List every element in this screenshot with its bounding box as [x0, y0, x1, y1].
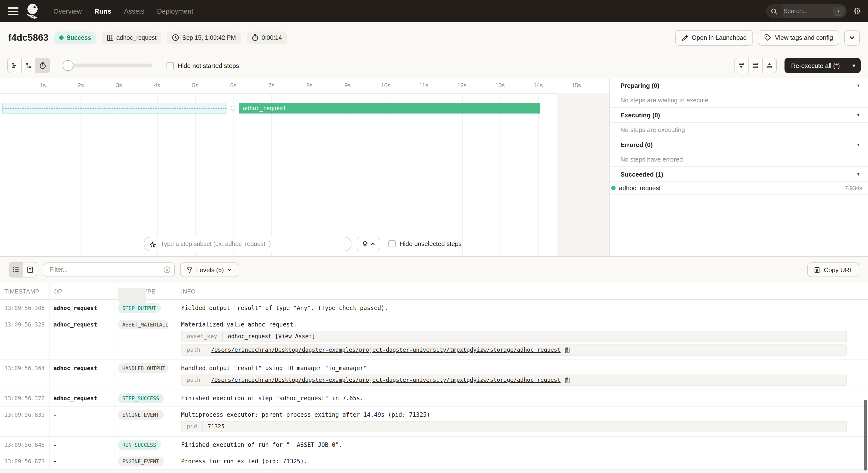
- gantt-section: 1s2s3s4s5s6s7s8s9s10s11s12s13s14s15s adh…: [0, 78, 868, 257]
- axis-gridline: [462, 93, 462, 256]
- chevron-down-icon: ▼: [856, 172, 860, 176]
- event-type-badge: STEP_OUTPUT: [118, 303, 160, 313]
- axis-gridline: [43, 93, 43, 256]
- log-event-type-cell: ENGINE_EVENT: [115, 453, 177, 469]
- gantt-step-bar[interactable]: adhoc_request: [239, 103, 540, 113]
- copy-url-button[interactable]: Copy URL: [807, 263, 859, 277]
- log-op: adhoc_request: [50, 316, 115, 360]
- timed-view-icon[interactable]: [36, 58, 50, 73]
- col-timestamp: TIMESTAMP: [0, 283, 50, 299]
- chevron-down-icon: [849, 35, 855, 40]
- panel-step-row[interactable]: adhoc_request7.934s: [610, 182, 868, 195]
- search-input[interactable]: [782, 7, 834, 15]
- copy-path-icon[interactable]: [564, 377, 570, 383]
- open-in-launchpad-button[interactable]: Open in Launchpad: [675, 30, 753, 45]
- waterfall-view-icon[interactable]: [22, 58, 36, 73]
- view-asset-link[interactable]: View Asset: [278, 333, 312, 340]
- menu-icon[interactable]: [8, 7, 19, 15]
- log-row[interactable]: 13:09:56.372adhoc_requestSTEP_SUCCESSFin…: [0, 390, 868, 407]
- step-subset-input[interactable]: [160, 240, 346, 248]
- list-view-icon[interactable]: [9, 263, 23, 277]
- top-nav: OverviewRunsAssetsDeployment / ⚙: [0, 0, 868, 22]
- col-op: OP: [50, 283, 115, 299]
- settings-gear-icon[interactable]: ⚙: [854, 7, 861, 15]
- log-toolbar: Levels (5) Copy URL: [0, 257, 868, 283]
- status-dot-icon: [59, 35, 64, 40]
- reexecute-all-button[interactable]: Re-execute all (*): [784, 58, 847, 73]
- axis-tick: 15s: [571, 82, 581, 89]
- dagster-logo-icon[interactable]: [25, 3, 41, 20]
- reexecute-options-caret[interactable]: ▼: [847, 58, 861, 73]
- event-log-table: TIMESTAMP OP EVENT TYPE INFO 13:09:56.30…: [0, 283, 868, 470]
- nav-item-assets[interactable]: Assets: [124, 7, 145, 15]
- panel-section-header[interactable]: Succeeded (1)▼: [610, 167, 868, 182]
- log-row[interactable]: 13:09:56.364adhoc_requestHANDLED_OUTPUTH…: [0, 360, 868, 390]
- split-rows-icon[interactable]: [748, 58, 763, 73]
- nav-item-runs[interactable]: Runs: [94, 7, 112, 15]
- structured-view-icon[interactable]: [23, 263, 37, 277]
- axis-tick: 2s: [78, 82, 84, 89]
- log-view-mode-group: [9, 262, 37, 277]
- run-actions-chevron-button[interactable]: [844, 30, 860, 45]
- step-waiting-bar: [2, 103, 227, 113]
- dagster-run-page: OverviewRunsAssetsDeployment / ⚙ f4dc586…: [0, 0, 868, 473]
- path-link[interactable]: /Users/erincochran/Desktop/dagster-examp…: [211, 376, 560, 384]
- step-success-dot-icon: [611, 186, 616, 190]
- global-search[interactable]: /: [766, 4, 847, 18]
- axis-tick: 9s: [344, 82, 350, 89]
- axis-gridline: [233, 93, 234, 256]
- gantt-chart: 1s2s3s4s5s6s7s8s9s10s11s12s13s14s15s adh…: [0, 78, 609, 256]
- gantt-toolbar: Hide not started steps Re-execute all (*…: [0, 54, 868, 78]
- panel-section-header[interactable]: Errored (0)▼: [610, 137, 868, 152]
- collapse-down-icon[interactable]: [734, 58, 748, 73]
- log-info-cell: Multiprocess executor: parent process ex…: [177, 407, 868, 436]
- axis-gridline: [81, 93, 81, 256]
- axis-tick: 12s: [457, 82, 467, 89]
- beyond-run-end-region: [557, 93, 609, 256]
- chevron-down-icon: [227, 267, 232, 272]
- log-info-cell: Yielded output "result" of type "Any". (…: [177, 300, 868, 316]
- panel-section-header[interactable]: Preparing (0)▼: [610, 78, 868, 93]
- clear-filter-icon[interactable]: [163, 266, 171, 274]
- copy-path-icon[interactable]: [564, 347, 570, 353]
- hide-unselected-checkbox[interactable]: [389, 240, 396, 247]
- log-filter-input[interactable]: [44, 263, 175, 277]
- gantt-zoom-slider[interactable]: [64, 64, 152, 67]
- subset-apply-button[interactable]: [357, 237, 380, 251]
- job-chip[interactable]: adhoc_request: [102, 31, 161, 44]
- op-graph-icon: [149, 240, 156, 248]
- view-tags-config-button[interactable]: View tags and config: [758, 30, 839, 45]
- log-timestamp: 13:09:56.328: [0, 316, 50, 360]
- search-icon: [766, 4, 782, 18]
- metadata-entry: path/Users/erincochran/Desktop/dagster-e…: [181, 374, 847, 386]
- metadata-value-text: adhoc_request: [228, 333, 272, 340]
- axis-gridline: [348, 93, 348, 256]
- panel-empty-message: No steps are waiting to execute: [610, 93, 868, 108]
- panel-section-header[interactable]: Executing (0)▼: [610, 108, 868, 123]
- log-row[interactable]: 13:09:56.328adhoc_requestASSET_MATERIALI…: [0, 316, 868, 360]
- stopwatch-icon: [251, 34, 259, 41]
- path-link[interactable]: /Users/erincochran/Desktop/dagster-examp…: [211, 346, 560, 354]
- step-status-panel: Preparing (0)▼No steps are waiting to ex…: [609, 78, 868, 256]
- log-scrollbar-thumb[interactable]: [864, 400, 867, 471]
- clipped-row-badge: [118, 288, 146, 304]
- log-event-type-cell: ENGINE_EVENT: [115, 407, 177, 436]
- event-type-badge: ENGINE_EVENT: [118, 457, 164, 466]
- log-row[interactable]: 13:09:56.835-ENGINE_EVENTMultiprocess ex…: [0, 407, 868, 437]
- log-row[interactable]: 13:09:56.873-ENGINE_EVENTProcess for run…: [0, 453, 868, 470]
- run-status-badge: Success: [54, 31, 96, 44]
- nav-item-deployment[interactable]: Deployment: [157, 7, 193, 15]
- log-row[interactable]: 13:09:56.846-RUN_SUCCESSFinished executi…: [0, 437, 868, 453]
- log-timestamp: 13:09:56.835: [0, 407, 50, 436]
- collapse-up-icon[interactable]: [763, 58, 776, 73]
- start-time-chip: Sep 15, 1:09:42 PM: [167, 31, 241, 44]
- axis-tick: 13s: [495, 82, 505, 89]
- axis-tick: 3s: [116, 82, 122, 89]
- hide-not-started-checkbox[interactable]: [166, 62, 174, 69]
- flat-view-icon[interactable]: [8, 58, 22, 73]
- log-op: adhoc_request: [50, 300, 115, 316]
- levels-filter-button[interactable]: Levels (5): [180, 263, 238, 277]
- nav-item-overview[interactable]: Overview: [53, 7, 82, 15]
- slider-knob[interactable]: [63, 60, 73, 71]
- metadata-key: path: [182, 345, 206, 355]
